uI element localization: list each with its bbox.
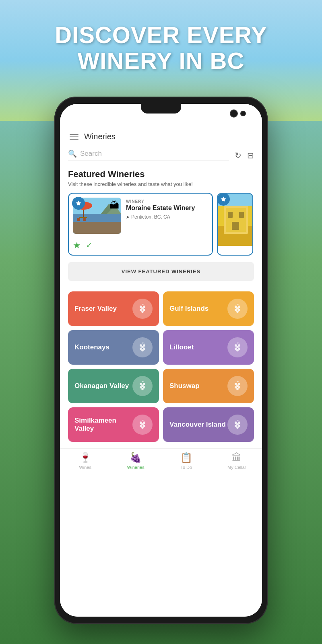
svg-point-45: [235, 347, 237, 350]
svg-point-53: [143, 386, 145, 388]
featured-title: Featured Wineries: [60, 169, 262, 181]
svg-point-54: [141, 388, 144, 390]
svg-point-57: [238, 383, 240, 385]
featured-section: Featured Wineries Visit these incredible…: [60, 169, 262, 287]
region-card-fraser-valley[interactable]: Fraser Valley: [68, 291, 159, 326]
svg-point-64: [143, 421, 145, 424]
winery-type-label: WINERY: [126, 199, 208, 204]
svg-rect-16: [228, 212, 233, 218]
winery-card-preview[interactable]: [217, 193, 253, 256]
region-name: Gulf Islands: [169, 305, 227, 313]
winery-card-moraine[interactable]: WINERY Moraine Estate Winery ➤ Penticton…: [68, 193, 213, 256]
search-actions: ↻ ⊟: [235, 151, 254, 160]
svg-point-50: [143, 383, 145, 385]
svg-point-72: [236, 423, 239, 425]
svg-point-32: [238, 309, 240, 311]
region-name: Kootenays: [74, 343, 132, 351]
search-bar: 🔍 Search ↻ ⊟: [68, 149, 254, 161]
region-grape-icon: [227, 337, 248, 357]
notch-center: [141, 104, 181, 114]
preview-image-container: [218, 194, 252, 246]
svg-point-35: [140, 344, 142, 347]
hamburger-menu-icon[interactable]: [70, 134, 78, 140]
svg-point-37: [141, 346, 144, 348]
svg-point-26: [141, 310, 144, 313]
region-card-similkameen-valley[interactable]: Similkameen Valley: [68, 407, 159, 442]
svg-point-21: [140, 305, 142, 308]
svg-point-68: [141, 426, 144, 429]
winery-name-label: Moraine Estate Winery: [126, 204, 208, 212]
winery-location: ➤ Penticton, BC, CA: [126, 214, 208, 220]
nav-label-wines: Wines: [79, 465, 91, 470]
nav-item-my-cellar[interactable]: 🏛 My Cellar: [225, 452, 249, 470]
region-name: Shuswap: [169, 382, 227, 390]
region-name: Similkameen Valley: [74, 417, 132, 433]
svg-marker-5: [107, 206, 121, 214]
svg-point-40: [141, 349, 144, 351]
region-grid: Fraser Valley Gulf Islands: [60, 287, 262, 442]
svg-point-23: [141, 307, 144, 310]
region-grape-icon: [132, 299, 153, 319]
region-card-vancouver-island[interactable]: Vancouver Island: [163, 407, 254, 442]
check-action-icon[interactable]: ✓: [86, 240, 93, 251]
app-header-title: Wineries: [84, 132, 116, 141]
svg-point-75: [236, 426, 239, 429]
svg-point-67: [143, 425, 145, 427]
svg-point-25: [143, 309, 145, 311]
star-action-icon[interactable]: ★: [73, 240, 81, 251]
region-card-okanagan-valley[interactable]: Okanagan Valley: [68, 369, 159, 403]
region-grape-icon: [227, 376, 248, 396]
search-placeholder: Search: [80, 150, 102, 158]
svg-point-70: [235, 421, 237, 424]
svg-point-59: [235, 386, 237, 388]
bottom-spacer: [60, 442, 262, 448]
svg-point-46: [238, 347, 240, 350]
bottom-nav: 🍷 Wines 🍇 Wineries 📋 To Do 🏛 My Cellar: [60, 448, 262, 475]
svg-point-29: [238, 305, 240, 308]
svg-point-73: [235, 425, 237, 427]
region-name: Fraser Valley: [74, 305, 132, 313]
svg-point-31: [235, 309, 237, 311]
phone-device: Wineries 🔍 Search ↻ ⊟ Featured Wineries …: [54, 97, 268, 624]
nav-item-wines[interactable]: 🍷 Wines: [73, 452, 97, 470]
svg-point-22: [143, 305, 145, 308]
svg-rect-17: [239, 212, 244, 218]
svg-point-47: [236, 349, 239, 351]
svg-point-28: [235, 305, 237, 308]
svg-marker-11: [221, 196, 226, 202]
headline: DISCOVER EVERY WINERY IN BC: [0, 22, 322, 74]
region-card-kootenays[interactable]: Kootenays: [68, 330, 159, 365]
region-grape-icon: [132, 415, 153, 435]
headline-line1: DISCOVER EVERY: [0, 22, 322, 48]
svg-point-56: [235, 383, 237, 385]
region-grape-icon: [132, 337, 153, 357]
todo-icon: 📋: [180, 452, 192, 463]
region-card-shuswap[interactable]: Shuswap: [163, 369, 254, 403]
phone-screen: Wineries 🔍 Search ↻ ⊟ Featured Wineries …: [60, 104, 262, 617]
nav-item-to-do[interactable]: 📋 To Do: [174, 452, 198, 470]
camera-lens-secondary: [240, 111, 246, 116]
winery-card-actions: ★ ✓: [69, 238, 212, 255]
svg-point-38: [140, 347, 142, 350]
refresh-icon[interactable]: ↻: [235, 151, 242, 160]
search-input-area[interactable]: 🔍 Search: [68, 149, 229, 161]
winery-info: WINERY Moraine Estate Winery ➤ Penticton…: [126, 198, 208, 220]
region-name: Vancouver Island: [169, 421, 227, 429]
svg-point-33: [236, 310, 239, 313]
svg-point-44: [236, 346, 239, 348]
filter-icon[interactable]: ⊟: [247, 151, 254, 160]
region-grape-icon: [227, 299, 248, 319]
svg-rect-2: [73, 220, 121, 234]
svg-point-65: [141, 423, 144, 425]
svg-point-30: [236, 307, 239, 310]
wine-glass-icon: 🍷: [79, 452, 91, 463]
region-card-lillooet[interactable]: Lillooet: [163, 330, 254, 365]
svg-point-24: [140, 309, 142, 311]
view-featured-button[interactable]: VIEW FEATURED WINERIES: [68, 262, 254, 281]
grapes-icon: 🍇: [130, 452, 142, 463]
featured-subtitle: Visit these incredible wineries and tast…: [60, 181, 262, 193]
svg-rect-18: [232, 222, 239, 230]
nav-item-wineries[interactable]: 🍇 Wineries: [124, 452, 148, 470]
region-card-gulf-islands[interactable]: Gulf Islands: [163, 291, 254, 326]
svg-point-39: [143, 347, 145, 350]
